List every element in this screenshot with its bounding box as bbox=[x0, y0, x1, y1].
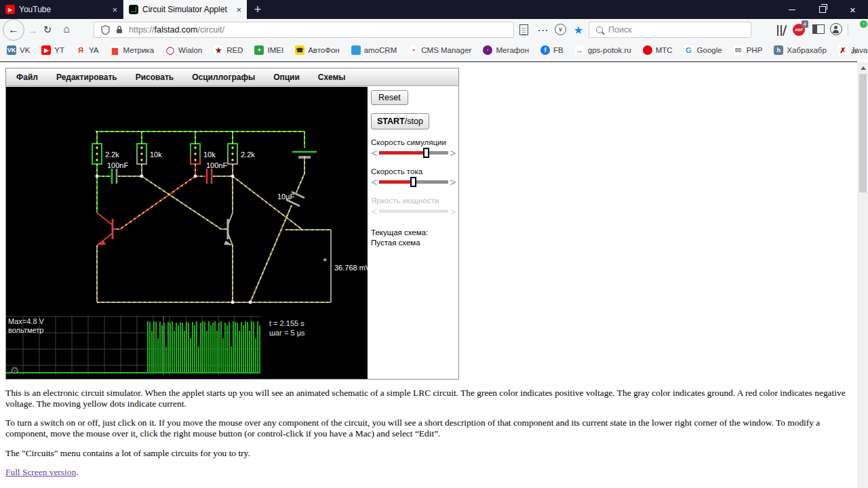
account-icon[interactable] bbox=[830, 23, 842, 35]
menu-item-scopes[interactable]: Осциллографы bbox=[192, 73, 255, 82]
bookmark-mts[interactable]: МТС bbox=[643, 45, 673, 55]
scope-settings-gear-icon[interactable]: ⚙ bbox=[10, 365, 19, 376]
bookmark-imei[interactable]: +IMEI bbox=[254, 45, 283, 55]
reader-mode-button[interactable] bbox=[517, 23, 530, 37]
lock-icon[interactable] bbox=[115, 25, 123, 35]
close-button[interactable]: × bbox=[837, 0, 868, 19]
transistor-left[interactable] bbox=[97, 213, 113, 245]
slider-handle[interactable] bbox=[423, 148, 429, 158]
pocket-icon[interactable]: ∨ bbox=[555, 24, 566, 35]
scope-time-label: t = 2.155 s bbox=[269, 319, 304, 327]
circuit-canvas[interactable]: 2.2k 10k 10k 2.2k 100nF 100nF 10µF + 36.… bbox=[6, 87, 368, 379]
bookmark-label: Google bbox=[697, 46, 722, 54]
capacitor-2[interactable] bbox=[207, 169, 212, 184]
slider-increase-arrow[interactable]: > bbox=[450, 207, 456, 216]
bookmark-vk[interactable]: VKVK bbox=[7, 45, 30, 55]
bookmarks-overflow-chevron[interactable]: » bbox=[852, 45, 857, 56]
slider-label-power-brightness: Яркость мощности bbox=[371, 197, 456, 205]
restore-button[interactable] bbox=[807, 0, 837, 19]
reset-button[interactable]: Reset bbox=[371, 90, 408, 105]
bookmark-label: АвтоФон bbox=[308, 46, 340, 54]
slider-handle[interactable] bbox=[410, 177, 416, 187]
browser-window: ▶ YouTube × Circuit Simulator Applet × +… bbox=[0, 0, 868, 488]
search-bar[interactable]: Поиск bbox=[589, 22, 751, 38]
scrollbar-thumb[interactable] bbox=[859, 74, 867, 192]
capacitor-1[interactable] bbox=[112, 169, 117, 184]
bookmark-label: VK bbox=[20, 46, 30, 54]
slider-label-current-speed: Скорость тока bbox=[371, 167, 456, 176]
bookmark-google[interactable]: GGoogle bbox=[684, 45, 722, 55]
bookmark-megafon[interactable]: ·Мегафон bbox=[483, 45, 529, 55]
bookmark-avtofon[interactable]: ☎АвтоФон bbox=[295, 45, 340, 55]
paragraph-2: To turn a switch on or off, just click o… bbox=[5, 418, 853, 439]
tracking-shield-icon[interactable] bbox=[101, 25, 110, 35]
tab-youtube[interactable]: ▶ YouTube × bbox=[0, 0, 123, 19]
minimize-button[interactable] bbox=[776, 0, 807, 19]
tab-close-icon[interactable]: × bbox=[112, 5, 117, 14]
slider-increase-arrow[interactable]: > bbox=[450, 148, 456, 158]
library-icon[interactable] bbox=[774, 24, 788, 36]
bookmark-wialon[interactable]: ◯Wialon bbox=[165, 45, 202, 55]
slider-decrease-arrow[interactable]: < bbox=[371, 148, 378, 158]
stop-label: /stop bbox=[405, 117, 423, 126]
toolbar-divider bbox=[848, 23, 848, 37]
slider-track-current-speed[interactable] bbox=[379, 180, 448, 184]
voltmeter-plus-sign: + bbox=[323, 256, 327, 264]
tab-circuit-simulator[interactable]: Circuit Simulator Applet × bbox=[123, 0, 247, 19]
bookmark-label: PHP bbox=[747, 46, 763, 54]
gps-potok-favicon-icon: → bbox=[575, 45, 585, 55]
search-placeholder: Поиск bbox=[608, 25, 632, 35]
voltage-source[interactable] bbox=[292, 152, 317, 157]
bookmark-metrika[interactable]: ▆Метрика bbox=[111, 45, 155, 55]
page-scrollbar[interactable] bbox=[858, 62, 868, 488]
slider-decrease-arrow[interactable]: < bbox=[371, 178, 378, 187]
tab-close-icon[interactable]: × bbox=[236, 5, 241, 14]
sidebar-toggle-icon[interactable] bbox=[812, 24, 825, 34]
reload-button[interactable]: ↻ bbox=[41, 23, 54, 37]
home-button[interactable]: ⌂ bbox=[60, 22, 73, 36]
scope-step-label: шаг = 5 µs bbox=[269, 329, 305, 337]
slider-track-simulation-speed[interactable] bbox=[379, 151, 448, 155]
page-actions-button[interactable]: ⋯ bbox=[536, 22, 551, 37]
bookmark-label: Хабрахабр bbox=[787, 46, 826, 54]
capacitor-2-label: 100nF bbox=[206, 161, 227, 169]
full-screen-link[interactable]: Full Screen version bbox=[5, 467, 76, 477]
bookmark-php[interactable]: ✉PHP bbox=[734, 45, 763, 55]
slider-decrease-arrow[interactable]: < bbox=[371, 207, 378, 216]
bookmark-label: Метрика bbox=[123, 46, 155, 54]
bookmark-cms-manager[interactable]: ◔CMS Manager bbox=[408, 45, 471, 55]
bookmark-label: IMEI bbox=[267, 46, 283, 54]
menu-item-draw[interactable]: Рисовать bbox=[136, 73, 174, 82]
yt-favicon-icon: ▶ bbox=[41, 45, 51, 55]
bookmark-ya[interactable]: ЯYA bbox=[76, 45, 99, 55]
bookmark-yt[interactable]: ▶YT bbox=[41, 45, 64, 55]
menu-item-options[interactable]: Опции bbox=[273, 73, 300, 82]
start-stop-button[interactable]: START/stop bbox=[371, 113, 429, 129]
current-circuit-value: Пустая схема bbox=[371, 239, 456, 247]
menu-item-edit[interactable]: Редактировать bbox=[56, 73, 117, 82]
capacitor-1-label: 100nF bbox=[107, 161, 128, 169]
avtofon-favicon-icon: ☎ bbox=[295, 45, 304, 55]
applet-control-panel: Reset START/stop Скорость симуляции<>Ско… bbox=[368, 87, 458, 379]
adblock-plus-icon[interactable]: ABP 4 bbox=[792, 23, 806, 37]
menu-hamburger-icon[interactable]: ↑ bbox=[853, 24, 864, 34]
restore-icon bbox=[819, 6, 826, 13]
abp-badge: 4 bbox=[802, 20, 808, 28]
bookmark-gps-potok[interactable]: →gps-potok.ru bbox=[575, 45, 631, 55]
slider-increase-arrow[interactable]: > bbox=[450, 178, 456, 187]
url-bar[interactable]: https://falstad.com/circuit/ bbox=[94, 22, 514, 38]
bookmark-fb[interactable]: fFB bbox=[540, 45, 564, 55]
scroll-up-arrow-icon[interactable] bbox=[861, 66, 866, 70]
menu-item-circuits[interactable]: Схемы bbox=[318, 73, 346, 82]
back-button[interactable]: ← bbox=[3, 19, 24, 41]
forward-button[interactable]: → bbox=[26, 23, 39, 37]
new-tab-button[interactable]: + bbox=[247, 0, 269, 19]
bookmark-habrahabr[interactable]: hХабрахабр bbox=[774, 45, 826, 55]
bookmark-red[interactable]: ★RED bbox=[214, 45, 243, 55]
resistor-2-label: 10k bbox=[150, 150, 162, 159]
slider-track-power-brightness[interactable] bbox=[379, 209, 448, 213]
bookmark-label: RED bbox=[226, 46, 243, 54]
bookmark-star-icon[interactable]: ★ bbox=[571, 22, 586, 38]
bookmark-amocrm[interactable]: amoCRM bbox=[351, 45, 397, 55]
menu-item-file[interactable]: Файл bbox=[16, 73, 38, 82]
